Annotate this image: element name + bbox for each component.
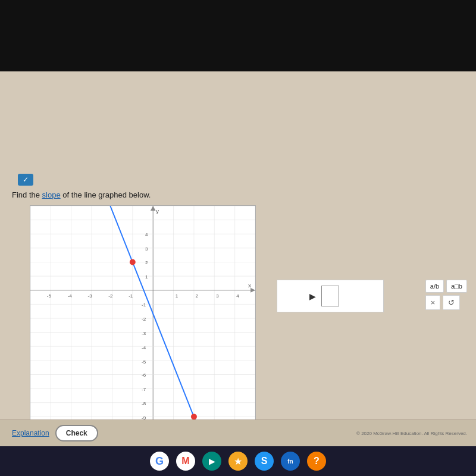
svg-text:3: 3 — [216, 293, 219, 299]
taskbar-icon-help[interactable]: ? — [307, 452, 326, 471]
svg-text:-5: -5 — [142, 359, 146, 365]
question-text: Find the slope of the line graphed below… — [12, 190, 464, 199]
taskbar-icon-meet[interactable]: ▶ — [202, 452, 221, 471]
graph-svg: y x -5 -4 -3 -2 -1 1 2 3 4 4 3 2 1 -1 -2… — [30, 206, 255, 431]
taskbar-icon-s[interactable]: S — [255, 452, 274, 471]
math-btn-row-2: × ↺ — [425, 295, 467, 310]
slope-link[interactable]: slope — [42, 190, 61, 199]
svg-text:-2: -2 — [142, 317, 146, 322]
taskbar-icon-gmail[interactable]: M — [176, 452, 195, 471]
svg-text:-1: -1 — [129, 293, 133, 299]
answer-area — [277, 280, 384, 312]
svg-text:-1: -1 — [142, 302, 146, 308]
undo-button[interactable]: ↺ — [443, 295, 460, 310]
svg-text:-2: -2 — [108, 293, 113, 299]
svg-text:-5: -5 — [47, 293, 52, 299]
dropdown-area: ✓ — [18, 174, 33, 186]
question-before: Find the — [12, 190, 42, 199]
taskbar-icon-fn[interactable]: fn — [281, 452, 300, 471]
bottom-bar: Explanation Check © 2020 McGraw-Hill Edu… — [0, 419, 476, 446]
svg-text:-7: -7 — [142, 387, 146, 392]
svg-text:3: 3 — [145, 246, 148, 252]
mixed-button[interactable]: a□b — [446, 280, 467, 293]
clear-button[interactable]: × — [425, 295, 441, 310]
graph-container: y x -5 -4 -3 -2 -1 1 2 3 4 4 3 2 1 -1 -2… — [30, 205, 256, 431]
answer-input[interactable] — [321, 286, 339, 306]
fraction-button[interactable]: a/b — [425, 280, 444, 293]
taskbar-icon-star[interactable]: ★ — [228, 452, 248, 471]
taskbar-icon-google[interactable]: G — [150, 452, 169, 471]
svg-text:-4: -4 — [68, 293, 73, 299]
point2 — [191, 414, 197, 419]
question-after: of the line graphed below. — [61, 190, 151, 199]
main-content: ✓ Find the slope of the line graphed bel… — [0, 71, 476, 446]
svg-text:x: x — [248, 282, 251, 289]
svg-text:-6: -6 — [142, 372, 146, 378]
check-button[interactable]: Check — [55, 425, 98, 441]
svg-text:-4: -4 — [142, 345, 146, 350]
svg-text:-3: -3 — [87, 293, 92, 299]
explanation-link[interactable]: Explanation — [12, 429, 49, 437]
math-buttons: a/b a□b × ↺ — [425, 280, 467, 310]
svg-text:4: 4 — [236, 293, 239, 299]
svg-text:1: 1 — [176, 293, 178, 299]
question-area: Find the slope of the line graphed below… — [12, 190, 464, 205]
svg-text:2: 2 — [145, 260, 148, 265]
svg-text:-8: -8 — [142, 401, 146, 406]
svg-text:y: y — [156, 208, 159, 214]
svg-text:1: 1 — [145, 274, 148, 280]
point1 — [130, 259, 136, 265]
svg-text:2: 2 — [196, 293, 199, 299]
svg-text:4: 4 — [145, 232, 148, 237]
copyright-text: © 2020 McGraw-Hill Education. All Rights… — [356, 431, 467, 436]
svg-text:-3: -3 — [142, 331, 146, 336]
math-btn-row-1: a/b a□b — [425, 280, 467, 293]
taskbar: G M ▶ ★ S fn ? — [0, 446, 476, 476]
dropdown-button[interactable]: ✓ — [18, 174, 33, 186]
